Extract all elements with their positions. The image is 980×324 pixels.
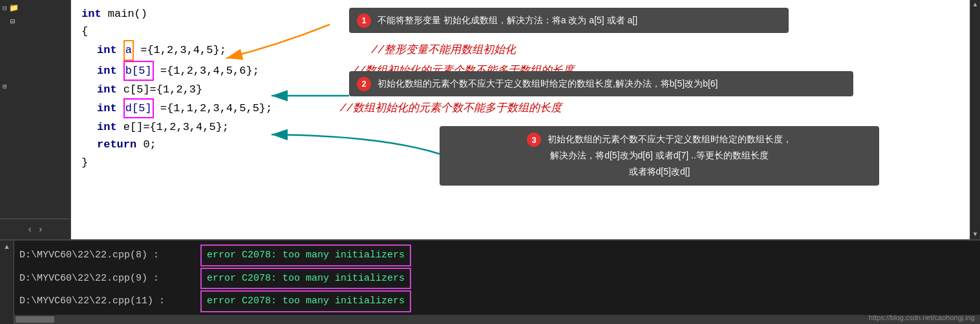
error-side-icons: ▲ (0, 241, 14, 324)
var-d-highlight: d[5] (123, 98, 154, 118)
error-msg-1: error C2078: too many initializers (200, 244, 411, 266)
kw-int-d: int (97, 102, 123, 114)
tooltip-3-text3: 或者将d[5]改d[] (629, 166, 690, 177)
scrollbar-thumb[interactable] (16, 316, 54, 323)
comment-a: //整形变量不能用数组初始化 (349, 44, 516, 56)
error-line-3: D:\MYVC60\22\22.cpp(11) : error C2078: t… (19, 290, 975, 312)
kw-return: return (97, 138, 143, 151)
close-brace: } (81, 157, 88, 169)
tree-item-3: ⊞ (0, 81, 70, 91)
tooltip-bubble-1: 1 不能将整形变量 初始化成数组，解决方法：将a 改为 a[5] 或者 a[] (349, 8, 789, 33)
open-brace: { (81, 25, 88, 38)
code-area: int main() { int a ={1,2,3,4,5}; //整形变量不… (71, 0, 970, 239)
watermark: https://blog.csdn.net/caohongj.ing (869, 314, 975, 321)
code-with-scroll: int main() { int a ={1,2,3,4,5}; //整形变量不… (71, 0, 980, 239)
b-init: ={1,2,3,4,5,6}; (160, 65, 259, 77)
a-init: ={1,2,3,4,5}; (140, 44, 226, 56)
left-panel-bottom: ‹ › (0, 219, 70, 239)
error-side-up: ▲ (5, 243, 9, 251)
folder-icon: 📁 (9, 3, 19, 13)
minus-icon: ⊟ (3, 4, 7, 12)
error-path-2: D:\MYVC60\22\22.cpp(9) : (19, 270, 200, 287)
forward-arrow[interactable]: › (38, 224, 43, 235)
d-init: ={1,1,2,3,4,5,5}; (160, 102, 272, 114)
c-init: c[5]={1,2,3} (123, 83, 202, 96)
ide-area: ⊟ 📁 ⊟ ⊞ ‹ › int main() { in (0, 0, 980, 239)
code-line-d: int d[5] ={1,1,2,3,4,5,5}; //数组初始化的元素个数不… (81, 98, 959, 118)
kw-int-a: int (97, 44, 123, 56)
error-path-1: D:\MYVC60\22\22.cpp(8) : (19, 247, 200, 264)
tooltip-2-text: 初始化数组的元素个数不应大于定义数组时给定的数组长度,解决办法，将b[5]改为b… (378, 78, 718, 89)
left-panel: ⊟ 📁 ⊟ ⊞ ‹ › (0, 0, 71, 239)
plus-icon: ⊞ (3, 82, 7, 91)
tooltip-3-text2: 解决办法，将d[5]改为d[6] 或者d[7] ..等更长的数组长度 (550, 150, 769, 160)
e-init: e[]={1,2,3,4,5}; (123, 121, 229, 133)
error-msg-3: error C2078: too many initializers (200, 290, 411, 312)
tooltip-bubble-3: 3 初始化数组的元素个数不应大于定义数组时给定的数组长度， 解决办法，将d[5]… (440, 126, 879, 186)
tree-sub-icon: ⊟ (10, 17, 15, 27)
main-func: main() (108, 8, 147, 20)
side-scrollbar[interactable]: ▲ ▼ (970, 0, 980, 239)
horizontal-scrollbar[interactable] (14, 315, 980, 324)
tree-item-2: ⊟ (0, 16, 70, 27)
bubble-number-3: 3 (527, 133, 541, 147)
tooltip-bubble-2: 2 初始化数组的元素个数不应大于定义数组时给定的数组长度,解决办法，将b[5]改… (349, 71, 853, 96)
error-line-1: D:\MYVC60\22\22.cpp(8) : error C2078: to… (19, 244, 975, 266)
kw-int-e: int (97, 121, 123, 133)
error-msg-2: error C2078: too many initializers (200, 268, 411, 290)
error-line-2: D:\MYVC60\22\22.cpp(9) : error C2078: to… (19, 268, 975, 290)
error-panel: ▲ D:\MYVC60\22\22.cpp(8) : error C2078: … (0, 239, 980, 324)
back-arrow[interactable]: ‹ (27, 224, 32, 235)
code-line-a: int a ={1,2,3,4,5}; //整形变量不能用数组初始化 (81, 40, 959, 60)
kw-int-b: int (97, 65, 123, 77)
comment-d: //数组初始化的元素个数不能多于数组的长度 (317, 102, 561, 114)
var-b-highlight: b[5] (123, 61, 154, 81)
tooltip-3-text1: 初始化数组的元素个数不应大于定义数组时给定的数组长度， (548, 134, 792, 144)
var-a-highlight: a (123, 40, 134, 60)
return-val: 0; (143, 138, 156, 151)
bubble-number-2: 2 (357, 77, 371, 91)
scroll-down-arrow[interactable]: ▼ (973, 231, 977, 238)
tree-item-1: ⊟ 📁 (0, 3, 70, 14)
bubble-number-1: 1 (357, 14, 371, 28)
tooltip-1-text: 不能将整形变量 初始化成数组，解决方法：将a 改为 a[5] 或者 a[] (378, 15, 637, 25)
kw-int-c: int (97, 83, 123, 96)
error-content: D:\MYVC60\22\22.cpp(8) : error C2078: to… (14, 241, 980, 324)
kw-int-main: int (81, 8, 101, 20)
scroll-up-arrow[interactable]: ▲ (973, 1, 977, 8)
error-path-3: D:\MYVC60\22\22.cpp(11) : (19, 293, 200, 310)
